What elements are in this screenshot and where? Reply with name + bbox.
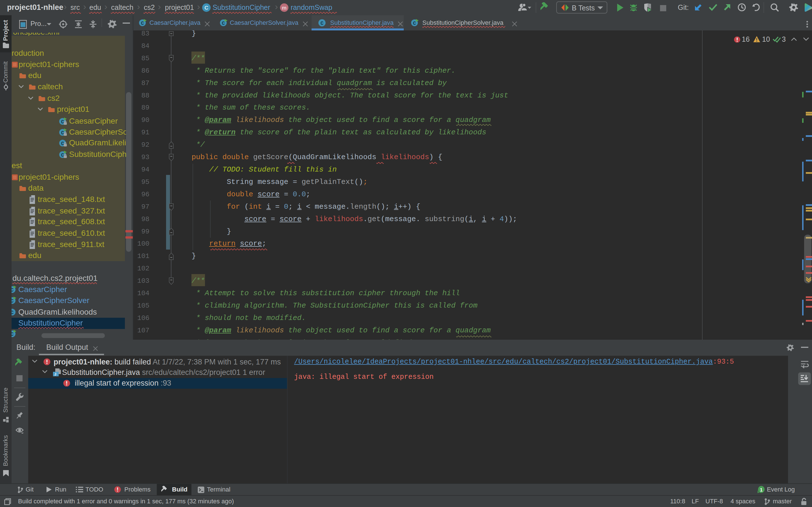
- svg-text:C: C: [11, 287, 14, 293]
- svg-text:C: C: [61, 152, 64, 158]
- svg-text:C: C: [61, 119, 64, 125]
- svg-text:C: C: [11, 310, 14, 316]
- svg-text:C: C: [11, 298, 14, 304]
- svg-text:C: C: [11, 332, 14, 337]
- svg-text:C: C: [204, 5, 208, 11]
- svg-text:1: 1: [760, 487, 762, 493]
- svg-text:C: C: [61, 130, 64, 136]
- svg-text:m: m: [282, 5, 287, 11]
- svg-text:C: C: [222, 20, 225, 26]
- svg-text:C: C: [141, 20, 144, 26]
- svg-text:C: C: [320, 20, 324, 26]
- svg-text:C: C: [61, 141, 64, 147]
- svg-text:J: J: [54, 372, 56, 376]
- svg-text:C: C: [413, 20, 416, 26]
